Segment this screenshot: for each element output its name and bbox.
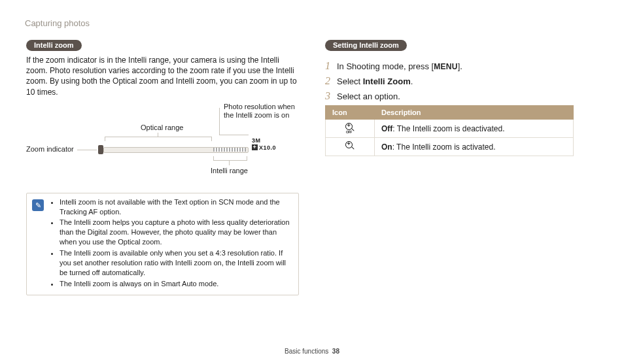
pointer-line-v <box>219 108 220 130</box>
running-header: Capturing photos <box>25 18 598 28</box>
icon-cell-on: + <box>326 138 375 156</box>
section-pill-intelli-zoom: Intelli zoom <box>26 40 82 51</box>
th-icon: Icon <box>326 106 375 120</box>
footer-page-number: 38 <box>332 348 339 355</box>
intro-paragraph: If the zoom indicator is in the Intelli … <box>26 55 299 97</box>
bracket-optical-tick <box>158 133 158 137</box>
plus-icon: + <box>252 144 258 150</box>
zoom-bar-intelli-segment <box>213 148 246 152</box>
note-box: ✎ Intelli zoom is not available with the… <box>26 193 299 296</box>
magnifier-on-icon: + <box>345 141 355 150</box>
section-pill-setting-intelli-zoom: Setting Intelli zoom <box>325 40 407 51</box>
label-optical-range: Optical range <box>141 124 183 131</box>
page-footer: Basic functions 38 <box>0 348 624 355</box>
footer-section: Basic functions <box>285 348 328 355</box>
step-text: Select Intelli Zoom. <box>337 76 413 86</box>
desc-cell: Off: The Intelli zoom is deactivated. <box>375 120 574 138</box>
pointer-zoom-indicator <box>77 150 97 150</box>
icon-cell-off: +OFF <box>326 120 375 138</box>
manual-page: Capturing photos Intelli zoom If the zoo… <box>0 0 624 364</box>
label-intelli-range: Intelli range <box>211 167 248 174</box>
steps-list: 1 In Shooting mode, press [MENU]. 2 Sele… <box>325 60 598 102</box>
table-row: + On: The Intelli zoom is activated. <box>326 138 574 156</box>
magnifier-off-icon: +OFF <box>345 123 355 132</box>
right-column: Setting Intelli zoom 1 In Shooting mode,… <box>325 40 598 295</box>
desc-cell: On: The Intelli zoom is activated. <box>375 138 574 156</box>
th-description: Description <box>375 106 574 120</box>
step-text: In Shooting mode, press [MENU]. <box>337 61 462 71</box>
bracket-optical <box>105 137 212 141</box>
note-list: Intelli zoom is not available with the T… <box>50 197 292 290</box>
note-item: The Intelli zoom is always on in Smart A… <box>60 279 292 289</box>
zoom-bar-handle <box>98 145 103 154</box>
step-number: 3 <box>325 90 337 102</box>
table-row: +OFF Off: The Intelli zoom is deactivate… <box>326 120 574 138</box>
resolution-readout: 3M +X10.0 <box>252 137 276 152</box>
left-column: Intelli zoom If the zoom indicator is in… <box>26 40 299 295</box>
bracket-intelli-tick <box>229 160 230 165</box>
options-table: Icon Description +OFF Off: The Intelli z… <box>325 105 574 156</box>
step-2: 2 Select Intelli Zoom. <box>325 75 598 87</box>
step-number: 1 <box>325 60 337 72</box>
step-number: 2 <box>325 75 337 87</box>
res-bottom: +X10.0 <box>252 144 276 152</box>
pointer-line-h <box>219 135 249 135</box>
step-1: 1 In Shooting mode, press [MENU]. <box>325 60 598 72</box>
label-photo-resolution: Photo resolution when the Intelli zoom i… <box>224 103 296 120</box>
note-item: The Intelli zoom helps you capture a pho… <box>60 218 292 247</box>
label-zoom-indicator: Zoom indicator <box>26 145 74 153</box>
note-item: The Intelli zoom is available only when … <box>60 248 292 278</box>
menu-label: MENU <box>434 62 458 71</box>
zoom-diagram: Photo resolution when the Intelli zoom i… <box>26 104 299 189</box>
step-text: Select an option. <box>337 91 400 101</box>
note-icon: ✎ <box>32 199 44 211</box>
two-column-layout: Intelli zoom If the zoom indicator is in… <box>26 40 598 295</box>
note-item: Intelli zoom is not available with the T… <box>60 197 292 217</box>
bracket-intelli <box>213 156 247 161</box>
pointer-line <box>219 130 220 135</box>
step-3: 3 Select an option. <box>325 90 598 102</box>
